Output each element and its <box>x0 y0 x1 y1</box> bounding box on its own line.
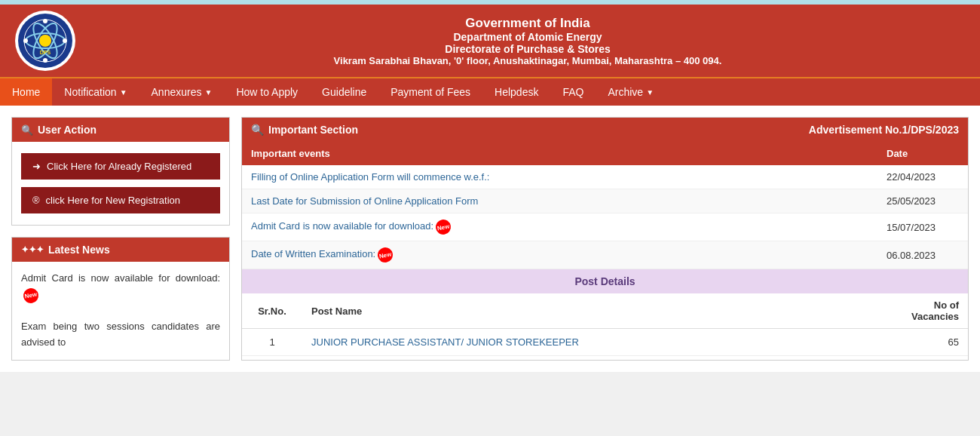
advertisement-number: Advertisement No.1/DPS/2023 <box>809 124 959 136</box>
header-line3: Directorate of Purchase & Stores <box>90 43 965 55</box>
new-badge: New <box>434 218 452 235</box>
search-icon: 🔍 <box>21 124 33 136</box>
sr-no-col-header: Sr.No. <box>242 293 302 329</box>
archive-dropdown-arrow: ▼ <box>646 88 654 97</box>
already-registered-button[interactable]: ➜ Click Here for Already Registered <box>21 153 220 180</box>
event-description: Date of Written Examination:New <box>242 241 877 269</box>
nav-helpdesk[interactable]: Helpdesk <box>482 78 550 106</box>
nav-annexures[interactable]: Annexures ▼ <box>139 78 225 106</box>
post-name-col-header: Post Name <box>302 293 877 329</box>
nav-home[interactable]: Home <box>0 78 52 106</box>
events-col-header: Important events <box>242 142 877 165</box>
header-line4: Vikram Sarabhai Bhavan, '0' floor, Anush… <box>90 55 965 66</box>
important-section-header: 🔍 Important Section Advertisement No.1/D… <box>242 118 968 142</box>
nav-faq[interactable]: FAQ <box>550 78 596 106</box>
event-date: 06.08.2023 <box>877 241 968 269</box>
nav-archive[interactable]: Archive ▼ <box>596 78 666 106</box>
event-description: Filling of Online Application Form will … <box>242 165 877 189</box>
post-sr-no: 1 <box>242 329 302 356</box>
news-item-2: Exam being two sessions candidates are a… <box>21 319 220 351</box>
nav-how-to-apply[interactable]: How to Apply <box>224 78 310 106</box>
logo: DPS <box>18 14 72 68</box>
logo-box: DPS <box>15 11 75 71</box>
nav-notification[interactable]: Notification ▼ <box>52 78 139 106</box>
event-description: Last Date for Submission of Online Appli… <box>242 189 877 213</box>
table-row: Last Date for Submission of Online Appli… <box>242 189 968 213</box>
user-action-box: 🔍 User Action ➜ Click Here for Already R… <box>11 117 230 226</box>
already-registered-label: Click Here for Already Registered <box>47 161 191 172</box>
post-details-header: Post Details <box>242 269 968 293</box>
post-table: Sr.No. Post Name No of Vacancies 1JUNIOR… <box>242 293 968 356</box>
user-action-body: ➜ Click Here for Already Registered ® cl… <box>12 142 229 225</box>
right-panel: 🔍 Important Section Advertisement No.1/D… <box>241 117 969 361</box>
svg-point-1 <box>39 35 51 47</box>
important-search-icon: 🔍 <box>251 124 264 136</box>
new-registration-label: click Here for New Registration <box>46 195 180 206</box>
news-star-icon: ✦✦✦ <box>21 244 44 255</box>
header-text: Government of India Department of Atomic… <box>90 16 965 66</box>
news1-new-badge: New <box>22 287 39 305</box>
table-row: Admit Card is now available for download… <box>242 213 968 241</box>
latest-news-body: Admit Card is now available for download… <box>12 262 229 360</box>
notification-dropdown-arrow: ▼ <box>120 88 127 97</box>
new-registration-button[interactable]: ® click Here for New Registration <box>21 187 220 213</box>
latest-news-box: ✦✦✦ Latest News Admit Card is now availa… <box>11 237 230 361</box>
annexures-dropdown-arrow: ▼ <box>204 88 212 97</box>
post-vacancies: 65 <box>877 329 968 356</box>
table-row: Date of Written Examination:New06.08.202… <box>242 241 968 269</box>
svg-point-8 <box>63 38 67 43</box>
news-item-1: Admit Card is now available for download… <box>21 271 220 303</box>
important-section-title: 🔍 Important Section <box>251 124 358 136</box>
user-action-title: User Action <box>38 124 96 136</box>
nav-payment-of-fees[interactable]: Payment of Fees <box>378 78 482 106</box>
svg-point-5 <box>43 19 47 23</box>
table-row: Filling of Online Application Form will … <box>242 165 968 189</box>
svg-point-6 <box>43 58 47 63</box>
new-reg-circle-icon: ® <box>32 195 40 206</box>
main-content: 🔍 User Action ➜ Click Here for Already R… <box>0 106 980 372</box>
nav-guideline[interactable]: Guideline <box>310 78 378 106</box>
header-line2: Department of Atomic Energy <box>90 31 965 43</box>
latest-news-title: Latest News <box>48 244 110 256</box>
vacancies-col-header: No of Vacancies <box>877 293 968 329</box>
new-badge: New <box>377 246 394 263</box>
events-table: Important events Date Filling of Online … <box>242 142 968 269</box>
table-row: 1JUNIOR PURCHASE ASSISTANT/ JUNIOR STORE… <box>242 329 968 356</box>
navbar: Home Notification ▼ Annexures ▼ How to A… <box>0 77 980 106</box>
svg-point-7 <box>23 38 28 43</box>
latest-news-header: ✦✦✦ Latest News <box>12 238 229 262</box>
event-description: Admit Card is now available for download… <box>242 213 877 241</box>
svg-text:DPS: DPS <box>40 50 51 55</box>
header-line1: Government of India <box>90 16 965 31</box>
post-name[interactable]: JUNIOR PURCHASE ASSISTANT/ JUNIOR STOREK… <box>302 329 877 356</box>
event-date: 22/04/2023 <box>877 165 968 189</box>
event-date: 25/05/2023 <box>877 189 968 213</box>
header: DPS Government of India Department of At… <box>0 5 980 77</box>
registered-arrow-icon: ➜ <box>32 161 41 172</box>
user-action-header: 🔍 User Action <box>12 118 229 142</box>
event-date: 15/07/2023 <box>877 213 968 241</box>
left-panel: 🔍 User Action ➜ Click Here for Already R… <box>11 117 230 361</box>
date-col-header: Date <box>877 142 968 165</box>
